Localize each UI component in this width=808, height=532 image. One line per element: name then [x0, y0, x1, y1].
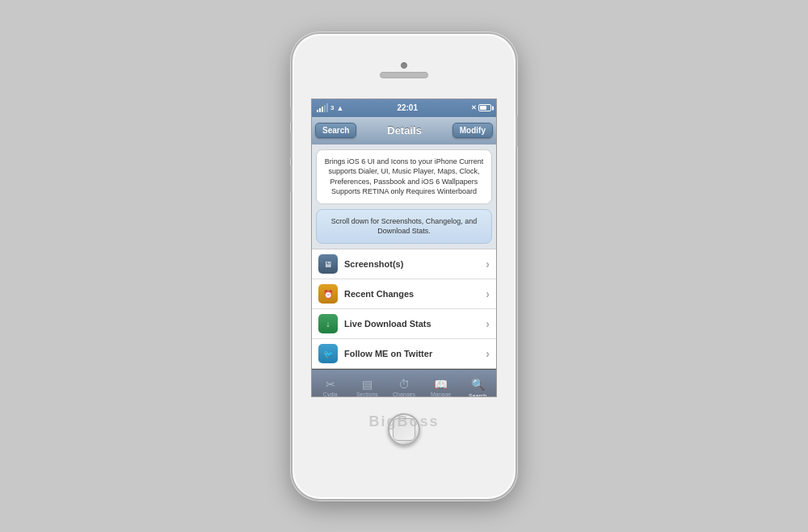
list-item-twitter[interactable]: 🐦 Follow ME on Twitter › [312, 339, 496, 368]
home-button[interactable] [388, 413, 420, 446]
list-item-screenshots[interactable]: 🖥 Screenshot(s) › [312, 249, 496, 279]
battery-icon [478, 104, 491, 111]
phone-device: 3 ▲ 22:01 ✕ Search Details Modify Brings… [291, 32, 517, 501]
tab-manage[interactable]: 📖 Manage [423, 370, 460, 396]
search-tab-icon: 🔍 [471, 378, 485, 391]
front-camera [401, 62, 407, 69]
home-button-inner [393, 418, 415, 441]
tab-bar: ✂ Cydia ▤ Sections ⏱ Changes 📖 Manage 🔍 … [312, 369, 496, 396]
manage-icon: 📖 [434, 378, 448, 391]
info-box: Scroll down for Screenshots, Changelog, … [316, 209, 492, 244]
tab-changes[interactable]: ⏱ Changes [385, 370, 423, 396]
tab-cydia[interactable]: ✂ Cydia [312, 370, 349, 396]
cydia-label: Cydia [323, 392, 338, 397]
info-text: Scroll down for Screenshots, Changelog, … [331, 217, 478, 236]
screenshots-chevron: › [486, 258, 490, 270]
power-button[interactable] [516, 115, 518, 147]
list-item-download-stats[interactable]: ↓ Live Download Stats › [312, 309, 496, 339]
volume-up-button[interactable] [290, 131, 292, 159]
list-item-recent-changes[interactable]: ⏰ Recent Changes › [312, 279, 496, 309]
manage-label: Manage [431, 392, 451, 397]
description-text: Brings iOS 6 UI and Icons to your iPhone… [325, 157, 484, 196]
mute-switch[interactable] [290, 107, 292, 123]
signal-bars [317, 104, 328, 112]
search-label: Search [469, 393, 486, 397]
status-bar: 3 ▲ 22:01 ✕ [312, 99, 496, 117]
status-right: ✕ [471, 104, 491, 111]
screen-content: Brings iOS 6 UI and Icons to your iPhone… [312, 145, 496, 370]
list-section: 🖥 Screenshot(s) › ⏰ Recent Changes › ↓ [312, 249, 496, 369]
nav-bar: Search Details Modify [312, 117, 496, 145]
download-stats-chevron: › [486, 317, 490, 330]
wifi-icon: ▲ [336, 104, 343, 112]
tab-sections[interactable]: ▤ Sections [349, 370, 386, 396]
no-signal-icon: ✕ [471, 104, 477, 111]
sections-label: Sections [356, 392, 378, 397]
download-stats-icon: ↓ [318, 314, 338, 333]
search-button[interactable]: Search [315, 123, 356, 138]
recent-changes-label: Recent Changes [344, 289, 486, 299]
tab-search[interactable]: 🔍 Search [459, 370, 496, 396]
changes-icon: ⏱ [398, 378, 410, 391]
phone-screen: 3 ▲ 22:01 ✕ Search Details Modify Brings… [311, 98, 497, 397]
cydia-icon: ✂ [326, 378, 335, 391]
modify-button[interactable]: Modify [452, 123, 493, 138]
twitter-label: Follow ME on Twitter [344, 349, 486, 358]
phone-top [292, 34, 516, 98]
carrier-text: 3 [330, 104, 334, 111]
twitter-chevron: › [486, 347, 490, 360]
recent-changes-chevron: › [486, 287, 490, 300]
changes-label: Changes [393, 392, 415, 397]
screenshots-label: Screenshot(s) [344, 259, 486, 269]
status-time: 22:01 [397, 103, 418, 112]
volume-down-button[interactable] [290, 165, 292, 193]
download-stats-label: Live Download Stats [344, 319, 486, 329]
earpiece-speaker [380, 72, 428, 78]
status-left: 3 ▲ [317, 104, 343, 112]
recent-changes-icon: ⏰ [318, 284, 338, 304]
description-box: Brings iOS 6 UI and Icons to your iPhone… [316, 149, 492, 204]
phone-bottom [292, 397, 516, 462]
nav-title: Details [387, 124, 422, 136]
screenshots-icon: 🖥 [318, 254, 338, 274]
tab-active-bg: 🔍 [465, 376, 491, 392]
sections-icon: ▤ [362, 378, 372, 391]
twitter-icon: 🐦 [318, 344, 338, 363]
